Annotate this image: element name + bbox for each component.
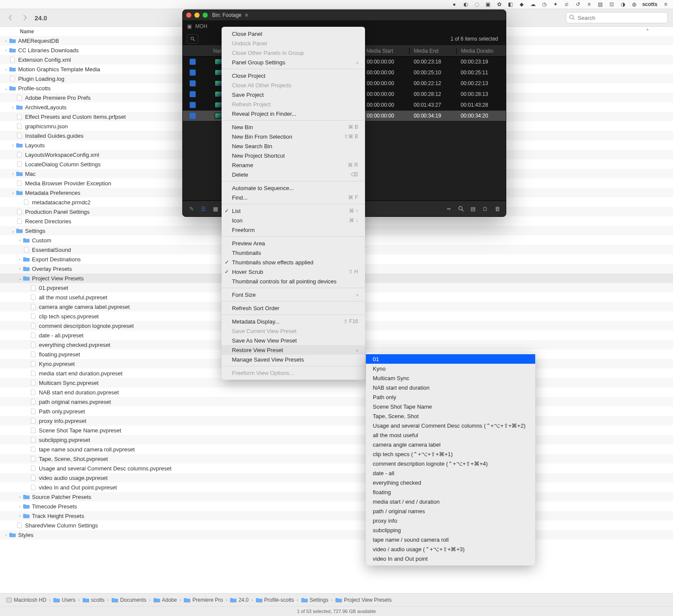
menu-item[interactable]: Thumbnails xyxy=(222,248,365,257)
menu-item[interactable]: Freeform xyxy=(222,225,365,235)
disclosure-icon[interactable]: › xyxy=(3,533,9,537)
submenu-item[interactable]: proxy info xyxy=(366,516,535,525)
disclosure-icon[interactable]: › xyxy=(10,143,16,148)
disclosure-icon[interactable]: ⌄ xyxy=(10,229,16,233)
disclosure-icon[interactable]: ⌄ xyxy=(17,276,22,281)
breadcrumb[interactable]: Macintosh HD xyxy=(6,597,46,603)
traffic-lights[interactable] xyxy=(186,13,208,18)
icon-view-icon[interactable]: ▦ xyxy=(211,204,220,213)
submenu-item[interactable]: subclipping xyxy=(366,525,535,535)
list-view-icon[interactable]: ☰ xyxy=(199,204,208,213)
submenu-item[interactable]: Scene Shot Tape Name xyxy=(366,402,535,411)
disclosure-icon[interactable]: › xyxy=(17,514,22,518)
tray-icon[interactable]: ✦ xyxy=(552,1,559,7)
menu-item[interactable]: Save As New View Preset xyxy=(222,336,365,345)
menu-item[interactable]: New Bin From Selection⇧⌘ B xyxy=(222,132,365,141)
back-button[interactable] xyxy=(5,13,16,23)
menu-item[interactable]: Preview Area xyxy=(222,238,365,248)
menu-item[interactable]: ✓Hover Scrub⇧ H xyxy=(222,267,365,276)
submenu-item[interactable]: Tape, Scene, Shot xyxy=(366,411,535,421)
submenu-item[interactable]: everything checked xyxy=(366,478,535,487)
tray-icon[interactable]: ● xyxy=(451,1,457,7)
disclosure-icon[interactable]: › xyxy=(17,257,22,262)
submenu-item[interactable]: Kyno xyxy=(366,364,535,373)
tray-icon[interactable]: ◌ xyxy=(474,1,480,7)
submenu-item[interactable]: media start / end / duration xyxy=(366,497,535,506)
file-row[interactable]: video audio usage.pvpreset xyxy=(0,473,673,483)
breadcrumb[interactable]: Documents xyxy=(111,597,146,603)
filter-input[interactable] xyxy=(187,34,198,44)
file-row[interactable]: Tape, Scene, Shot.pvpreset xyxy=(0,454,673,464)
col-media-start[interactable]: Media Start xyxy=(362,48,410,54)
tray-icon[interactable]: ⊡ xyxy=(609,1,615,7)
tray-icon[interactable]: ⎚ xyxy=(564,1,570,7)
menu-item[interactable]: Metadata Display...⇧ F16 xyxy=(222,317,365,326)
tray-icon[interactable]: ✿ xyxy=(496,1,502,7)
file-row[interactable]: proxy info.pvpreset xyxy=(0,416,673,425)
tray-icon[interactable]: ≡ xyxy=(663,1,669,7)
menu-item[interactable]: Icon⌘ ↓ xyxy=(222,216,365,225)
tray-icon[interactable]: ◧ xyxy=(508,1,514,7)
file-row[interactable]: ›Track Height Presets xyxy=(0,511,673,521)
menu-item[interactable]: New Project Shortcut xyxy=(222,151,365,160)
file-row[interactable]: ›Timecode Presets xyxy=(0,502,673,511)
submenu-item[interactable]: tape name / sound camera roll xyxy=(366,535,535,544)
forward-button[interactable] xyxy=(20,13,30,23)
breadcrumb[interactable]: Settings xyxy=(301,597,328,603)
submenu-item[interactable]: Path only xyxy=(366,392,535,402)
panel-context-menu[interactable]: Close PanelUndock PanelClose Other Panel… xyxy=(222,27,365,380)
search-field[interactable] xyxy=(566,12,668,23)
disclosure-icon[interactable]: › xyxy=(17,495,22,499)
breadcrumb[interactable]: Users xyxy=(53,597,75,603)
edit-icon[interactable]: ✎ xyxy=(187,204,196,213)
menu-item[interactable]: Save Project xyxy=(222,90,365,99)
breadcrumb[interactable]: scotts xyxy=(83,597,105,603)
tray-icon[interactable]: ◷ xyxy=(541,1,547,7)
zoom-slider-icon[interactable]: ╍ xyxy=(444,204,453,213)
zoom-icon[interactable] xyxy=(203,13,208,18)
submenu-item[interactable]: 01 xyxy=(366,354,535,364)
sort-indicator-icon[interactable]: ˄ xyxy=(646,29,649,35)
disclosure-icon[interactable]: › xyxy=(17,238,22,243)
file-row[interactable]: path original names.pvpreset xyxy=(0,397,673,406)
col-media-end[interactable]: Media End xyxy=(410,48,457,54)
submenu-item[interactable]: all the most useful xyxy=(366,430,535,440)
tray-icon[interactable]: ☁ xyxy=(530,1,536,7)
new-item-icon[interactable]: 🗋 xyxy=(481,204,489,213)
file-row[interactable]: NAB start end duration.pvpreset xyxy=(0,387,673,397)
tray-icon[interactable]: ◑ xyxy=(620,1,626,7)
file-row[interactable]: tape name sound camera roll.pvpreset xyxy=(0,445,673,454)
menu-item[interactable]: Rename⌘ R xyxy=(222,160,365,170)
breadcrumb[interactable]: 24.0 xyxy=(230,597,248,603)
file-row[interactable]: subclipping.pvpreset xyxy=(0,435,673,445)
column-name[interactable]: Name xyxy=(20,29,34,35)
submenu-item[interactable]: Multicam Sync xyxy=(366,373,535,383)
menu-item[interactable]: ✓List⌘ ↑ xyxy=(222,206,365,216)
menu-item[interactable]: Refresh Sort Order xyxy=(222,303,365,313)
tray-icon[interactable]: ▤ xyxy=(597,1,603,7)
menu-item[interactable]: Automate to Sequence... xyxy=(222,183,365,193)
submenu-item[interactable]: NAB start end duration xyxy=(366,383,535,392)
file-row[interactable]: ›Source Patcher Presets xyxy=(0,492,673,502)
file-row[interactable]: Path only.pvpreset xyxy=(0,406,673,416)
breadcrumb[interactable]: Project View Presets xyxy=(335,597,392,603)
file-row[interactable]: SharedView Column Settings xyxy=(0,521,673,530)
panel-menu-icon[interactable]: ≡ xyxy=(245,12,248,18)
menu-item[interactable]: Restore View Preset› xyxy=(222,345,365,355)
menu-item[interactable]: Delete⌫ xyxy=(222,170,365,179)
col-media-duration[interactable]: Media Duratio xyxy=(457,48,506,54)
submenu-item[interactable]: camera angle camera label xyxy=(366,440,535,449)
submenu-item[interactable]: comment description lognote (⌃+⌥+⇧+⌘+4) xyxy=(366,459,535,468)
breadcrumb[interactable]: Adobe xyxy=(153,597,177,603)
tray-icon[interactable]: ≡ xyxy=(586,1,592,7)
file-row[interactable]: Scene Shot Tape Name.pvpreset xyxy=(0,425,673,435)
menu-item[interactable]: New Bin⌘ B xyxy=(222,122,365,132)
submenu-item[interactable]: floating xyxy=(366,487,535,497)
disclosure-icon[interactable]: ⌄ xyxy=(3,86,9,91)
tray-icon[interactable]: ↺ xyxy=(575,1,581,7)
menu-item[interactable]: ✓Thumbnails show effects applied xyxy=(222,257,365,267)
restore-view-preset-submenu[interactable]: 01KynoMulticam SyncNAB start end duratio… xyxy=(366,352,535,565)
find-icon[interactable] xyxy=(457,204,465,213)
disclosure-icon[interactable]: › xyxy=(3,38,9,43)
disclosure-icon[interactable]: › xyxy=(17,267,22,271)
